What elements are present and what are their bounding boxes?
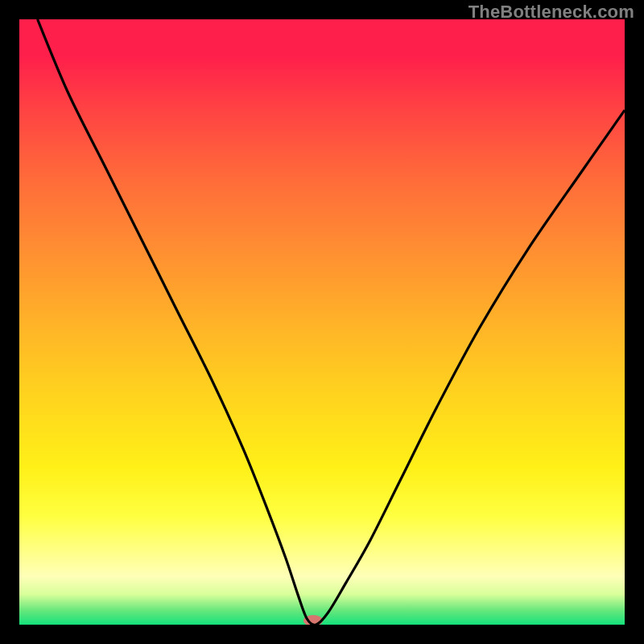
bottleneck-curve bbox=[19, 19, 625, 625]
chart-frame: TheBottleneck.com bbox=[0, 0, 644, 644]
bottleneck-curve-path bbox=[38, 19, 625, 625]
plot-area bbox=[19, 19, 625, 625]
watermark-text: TheBottleneck.com bbox=[469, 2, 634, 23]
